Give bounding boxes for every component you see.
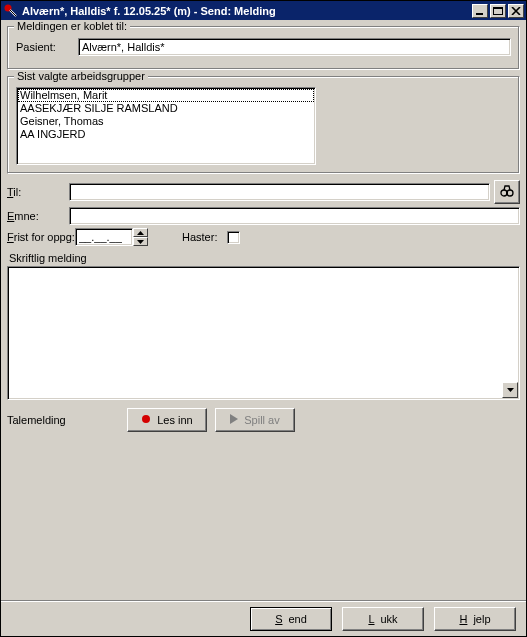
- app-icon: [4, 4, 18, 18]
- button-bar: Send Lukk Hjelp: [1, 600, 526, 636]
- svg-point-7: [142, 415, 150, 423]
- record-button[interactable]: Les inn: [127, 408, 207, 432]
- titlebar: Alværn*, Halldis* f. 12.05.25* (m) - Sen…: [1, 1, 526, 20]
- client-area: Meldingen er koblet til: Pasient: Sist v…: [1, 20, 526, 636]
- svg-rect-3: [493, 7, 503, 9]
- patient-field[interactable]: [78, 38, 511, 56]
- close-button[interactable]: [508, 4, 524, 18]
- help-button[interactable]: Hjelp: [434, 607, 516, 631]
- message-textarea[interactable]: [7, 266, 520, 400]
- patient-label: Pasient:: [16, 41, 78, 53]
- urgent-label: Haster:: [182, 231, 217, 243]
- group-linked-legend: Meldingen er koblet til:: [14, 20, 130, 32]
- deadline-up-button[interactable]: [133, 228, 148, 237]
- workgroups-listbox[interactable]: Wilhelmsen, Marit AASEKJÆR SILJE RAMSLAN…: [16, 87, 316, 165]
- play-button[interactable]: Spill av: [215, 408, 295, 432]
- lookup-button[interactable]: [494, 180, 520, 204]
- voice-section-label: Talemelding: [7, 414, 127, 426]
- window: Alværn*, Halldis* f. 12.05.25* (m) - Sen…: [0, 0, 527, 637]
- deadline-down-button[interactable]: [133, 237, 148, 246]
- binoculars-icon: [500, 185, 514, 199]
- group-linked-to: Meldingen er koblet til: Pasient:: [7, 26, 520, 70]
- deadline-label: Frist for oppg:: [7, 231, 75, 243]
- send-button[interactable]: Send: [250, 607, 332, 631]
- close-dialog-button[interactable]: Lukk: [342, 607, 424, 631]
- list-item[interactable]: Wilhelmsen, Marit: [18, 89, 314, 102]
- list-item[interactable]: Geisner, Thomas: [18, 115, 314, 128]
- scroll-down-button[interactable]: [502, 382, 518, 398]
- group-workgroups-legend: Sist valgte arbeidsgrupper: [14, 70, 148, 82]
- play-button-label: Spill av: [244, 414, 279, 426]
- subject-label: Emne:: [7, 210, 69, 222]
- list-item[interactable]: AA INGJERD: [18, 128, 314, 141]
- maximize-button[interactable]: [490, 4, 506, 18]
- list-item[interactable]: AASEKJÆR SILJE RAMSLAND: [18, 102, 314, 115]
- deadline-spinner: [75, 228, 148, 246]
- deadline-field[interactable]: [75, 228, 133, 246]
- message-section-label: Skriftlig melding: [9, 252, 520, 264]
- subject-field[interactable]: [69, 207, 520, 225]
- urgent-checkbox[interactable]: [227, 231, 240, 244]
- to-label: Til:: [7, 186, 69, 198]
- record-button-label: Les inn: [157, 414, 192, 426]
- svg-rect-6: [506, 192, 508, 194]
- window-title: Alværn*, Halldis* f. 12.05.25* (m) - Sen…: [22, 5, 470, 17]
- record-icon: [141, 414, 151, 426]
- to-field[interactable]: [69, 183, 490, 201]
- group-workgroups: Sist valgte arbeidsgrupper Wilhelmsen, M…: [7, 76, 520, 174]
- svg-rect-1: [476, 13, 483, 15]
- minimize-button[interactable]: [472, 4, 488, 18]
- play-icon: [230, 414, 238, 426]
